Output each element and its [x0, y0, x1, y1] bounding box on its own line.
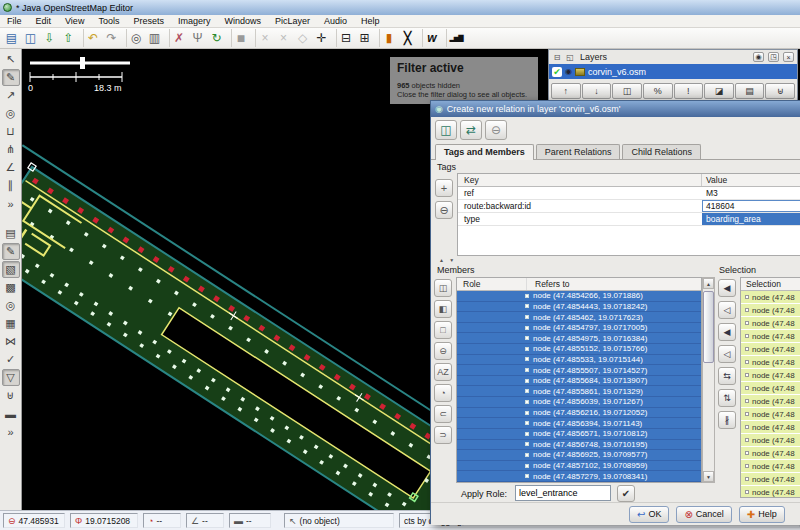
toolbar-icon[interactable]: ⇧ [59, 29, 78, 47]
tab-tags-and-members[interactable]: Tags and Members [435, 144, 534, 160]
toolbar-icon[interactable]: ✛ [312, 29, 331, 47]
members-scrollbar[interactable]: ▲ ▼ [702, 277, 715, 483]
selection-row[interactable]: node (47.48 [741, 291, 800, 304]
member-row[interactable]: node (47.4854266, 19.071886) [457, 291, 701, 302]
selection-tool-button[interactable]: ◁ [718, 301, 736, 319]
members-tool-button[interactable]: ◧ [434, 300, 452, 318]
member-row[interactable]: node (47.4857102, 19.0708959) [457, 461, 701, 472]
tool-icon[interactable]: ◎ [2, 105, 20, 122]
layer-row[interactable]: ✔ ◉ corvin_v6.osm [549, 64, 797, 79]
menu-item[interactable]: Help [354, 16, 387, 26]
menu-item[interactable]: View [58, 16, 91, 26]
member-row[interactable]: node (47.4854975, 19.0716384) [457, 333, 701, 344]
tag-row[interactable]: ref M3 [458, 187, 800, 200]
toolbar-icon[interactable]: Ψ [188, 29, 207, 47]
tool-icon[interactable]: ▤ [2, 225, 20, 242]
tool-icon[interactable]: ⋈ [2, 333, 20, 350]
dialog-titlebar[interactable]: ◉ Create new relation in layer 'corvin_v… [431, 101, 800, 117]
dialog-toolbar-button[interactable]: ⊖ [485, 120, 507, 140]
scrollbar-thumb[interactable] [703, 291, 714, 363]
selection-row[interactable]: node (47.48 [741, 382, 800, 395]
members-tool-button[interactable]: ⊖ [434, 342, 452, 360]
tool-icon[interactable]: ⋔ [2, 141, 20, 158]
toolbar-icon[interactable]: × [274, 29, 293, 47]
menu-item[interactable]: Presets [126, 16, 171, 26]
selection-tool-button[interactable]: ⇅ [718, 389, 736, 407]
selection-tool-button[interactable]: ◁ [718, 345, 736, 363]
tab-child-relations[interactable]: Child Relations [622, 144, 701, 159]
member-row[interactable]: node (47.4856039, 19.071267) [457, 397, 701, 408]
toolbar-icon[interactable]: ↶ [83, 29, 102, 47]
members-tool-button[interactable]: ⊂ [434, 405, 452, 423]
members-tool-button[interactable]: ◫ [434, 279, 452, 297]
delete-tag-button[interactable]: ⊖ [435, 201, 453, 219]
toolbar-icon[interactable]: ▤ [2, 29, 21, 47]
tool-icon[interactable]: ↖ [2, 51, 20, 68]
members-tool-button[interactable]: □ [434, 321, 452, 339]
layers-panel-button[interactable]: % [643, 83, 673, 99]
member-row[interactable]: node (47.4855861, 19.071329) [457, 386, 701, 397]
selection-row[interactable]: node (47.48 [741, 408, 800, 421]
tag-key[interactable]: route:backward:id [458, 200, 702, 212]
member-row[interactable]: node (47.485533, 19.0715144) [457, 355, 701, 366]
selection-tool-button[interactable]: ∦ [718, 411, 736, 429]
tag-key[interactable]: type [458, 213, 702, 225]
members-tool-button[interactable]: AZ [434, 363, 452, 381]
toolbar-icon[interactable]: ◫ [21, 29, 40, 47]
tool-icon[interactable]: ⊎ [2, 387, 20, 404]
toolbar-icon[interactable]: ▂▅▇ [446, 29, 465, 47]
selection-row[interactable]: node (47.48 [741, 343, 800, 356]
selection-row[interactable]: node (47.48 [741, 460, 800, 473]
layers-panel-button[interactable]: ⊎ [765, 83, 795, 99]
splitter-arrows[interactable]: ▲ ▼ [439, 257, 456, 263]
tool-icon[interactable]: ▬ [2, 405, 20, 422]
menu-item[interactable]: PicLayer [268, 16, 317, 26]
toolbar-icon[interactable]: ◎ [126, 29, 145, 47]
layers-panel-button[interactable]: ◫ [612, 83, 642, 99]
member-row[interactable]: node (47.4855507, 19.0714527) [457, 365, 701, 376]
selection-tool-button[interactable]: ⇆ [718, 367, 736, 385]
menu-item[interactable]: Audio [317, 16, 354, 26]
member-row[interactable]: node (47.4857279, 19.0708341) [457, 471, 701, 482]
tool-icon[interactable]: ✎ [2, 69, 20, 86]
toolbar-icon[interactable]: ◇ [293, 29, 312, 47]
add-tag-button[interactable]: + [435, 179, 453, 197]
toolbar-icon[interactable]: × [255, 29, 274, 47]
member-row[interactable]: node (47.4856571, 19.0710812) [457, 429, 701, 440]
toolbar-icon[interactable]: ⊟ [336, 29, 355, 47]
tag-value[interactable]: boarding_area [702, 213, 800, 225]
tool-icon[interactable]: ✓ [2, 351, 20, 368]
tool-icon[interactable]: ∠ [2, 159, 20, 176]
dialog-toolbar-button[interactable]: ◫ [435, 120, 457, 140]
scroll-down-icon[interactable]: ▼ [703, 471, 714, 482]
tool-icon[interactable]: ↗ [2, 87, 20, 104]
member-row[interactable]: node (47.4856925, 19.0709577) [457, 450, 701, 461]
panel-minimize-button[interactable]: ◉ [753, 52, 764, 62]
selection-tool-button[interactable]: ◀ [718, 323, 736, 341]
member-row[interactable]: node (47.4856748, 19.0710195) [457, 440, 701, 451]
scrollbar-track[interactable] [703, 289, 714, 471]
layer-visibility-icon[interactable]: ◉ [565, 67, 572, 76]
layers-panel-button[interactable]: ↓ [582, 83, 612, 99]
menu-item[interactable]: File [0, 16, 29, 26]
panel-close-button[interactable]: × [783, 52, 794, 62]
tool-icon[interactable]: ▧ [2, 261, 20, 278]
menu-item[interactable]: Imagery [171, 16, 218, 26]
tool-icon[interactable]: ⊔ [2, 123, 20, 140]
tool-icon[interactable]: » [2, 423, 20, 440]
layers-panel-button[interactable]: ↑ [551, 83, 581, 99]
menu-item[interactable]: Tools [91, 16, 126, 26]
members-tool-button[interactable]: ⊃ [434, 426, 452, 444]
selection-row[interactable]: node (47.48 [741, 369, 800, 382]
menu-item[interactable]: Windows [217, 16, 268, 26]
layers-panel-button[interactable]: ◪ [704, 83, 734, 99]
tool-icon[interactable]: ▽ [2, 369, 20, 386]
layers-panel-button[interactable]: ▤ [735, 83, 765, 99]
panel-detach-button[interactable]: ◳ [768, 52, 779, 62]
toolbar-icon[interactable]: ↻ [207, 29, 226, 47]
tag-value[interactable]: 418604 [702, 200, 800, 212]
tool-icon[interactable]: ◎ [2, 297, 20, 314]
toolbar-icon[interactable]: ▥ [145, 29, 164, 47]
selection-row[interactable]: node (47.48 [741, 330, 800, 343]
toolbar-icon[interactable]: ⇩ [40, 29, 59, 47]
